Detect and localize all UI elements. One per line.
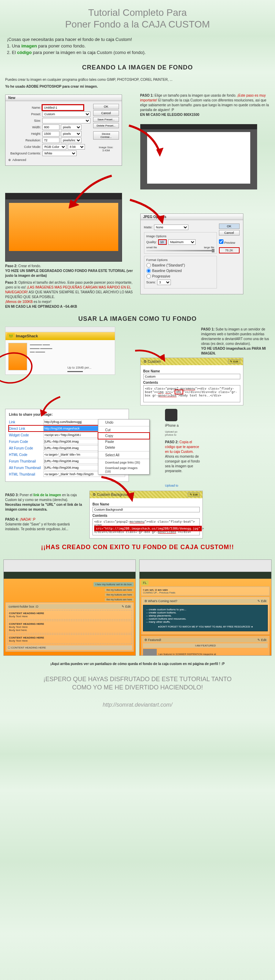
- item2-post: para poner la imágen en la caja Custom (…: [32, 50, 146, 55]
- baseline-std-radio[interactable]: [146, 263, 151, 267]
- jpeg-title: JPEG Options: [141, 214, 243, 220]
- bg-select[interactable]: White: [42, 151, 77, 156]
- cancel-button[interactable]: Cancel: [93, 110, 119, 116]
- s2p4-text: Solamente dale "Save" y el fondo quedará…: [5, 522, 70, 531]
- name-input[interactable]: [42, 105, 84, 110]
- jpeg-ok-button[interactable]: OK: [219, 224, 240, 229]
- main-title: Tutorial Completo Para Poner Fondo a la …: [0, 0, 275, 32]
- res-unit[interactable]: pixels/inch: [61, 138, 81, 143]
- width-unit[interactable]: pixels: [61, 124, 81, 130]
- height-input[interactable]: [42, 131, 59, 137]
- menu-copy[interactable]: Copy: [98, 433, 149, 439]
- green-button[interactable]: i hev my buttonz set in ds box: [94, 582, 134, 587]
- custom-box-1: ⚙ Custom ✎ Edit Box Name Contents <div c…: [140, 358, 243, 406]
- device-central-button[interactable]: Device Central...: [93, 131, 119, 140]
- outro-text: ¡Aqui arriba puedes ver un pantallazo de…: [0, 659, 275, 668]
- s2p3-label: PASO 3:: [5, 493, 19, 497]
- box1-title: content-holder box :O: [9, 605, 38, 608]
- final-screenshot-right: FL I um set, U am vain COMING UP... Prev…: [139, 560, 272, 656]
- res-input[interactable]: [42, 138, 59, 143]
- item1-num: 1.: [7, 43, 11, 48]
- size-select[interactable]: [42, 118, 91, 123]
- final-screenshot-left: i hev my buttonz set in ds box the my bu…: [3, 560, 136, 656]
- colormode-label: Color Mode:: [8, 145, 41, 148]
- scans-select[interactable]: 3: [157, 280, 171, 285]
- menu-cut[interactable]: Cut: [98, 427, 149, 433]
- final-screenshots: i hev my buttonz set in ds box the my bu…: [0, 560, 275, 656]
- bits-select[interactable]: 8 bit: [68, 144, 85, 150]
- contents-textarea[interactable]: <div class="popup2-moremenu"><div class=…: [143, 385, 240, 402]
- preview-label: Preview: [224, 241, 235, 245]
- title-line1: Tutorial Completo Para: [0, 7, 275, 19]
- image-size-label: Image Size:: [93, 146, 119, 149]
- iphone-text2: photos to: [165, 433, 203, 436]
- fl-tab[interactable]: FL: [141, 581, 148, 585]
- paso2-text: Crear el fondo.: [17, 264, 41, 268]
- advanced-toggle[interactable]: Advanced: [13, 158, 26, 162]
- menu-undo[interactable]: Undo: [98, 420, 149, 425]
- iphone-label: iPhone a: [165, 423, 203, 428]
- blank-canvas-window: [140, 124, 257, 189]
- section1: Puedes crear tu imagen en cualquier prog…: [0, 77, 275, 311]
- menu-select-all[interactable]: Select All: [98, 452, 149, 458]
- s2-paso2: PASO 2: Copia el código que te aparece e…: [165, 440, 203, 474]
- gradient-canvas-window: [5, 193, 122, 262]
- context-menu: Undo Cut Copy Paste Delete Select All Do…: [98, 419, 149, 474]
- s2-paso3: PASO 3: Poner el link de la imagen en la…: [5, 493, 84, 512]
- box-name-input[interactable]: [143, 374, 240, 379]
- section1-header: CREANDO LA IMAGEN DE FONDO: [0, 60, 275, 75]
- paso3-label: Paso 3:: [5, 281, 17, 284]
- matte-label: Matte:: [144, 226, 153, 229]
- menu-paste[interactable]: Paste: [98, 439, 149, 445]
- matte-select[interactable]: None: [154, 224, 188, 230]
- ok-button[interactable]: OK: [93, 104, 119, 109]
- width-input[interactable]: [42, 124, 59, 130]
- menu-dl-links[interactable]: Download page links (35): [98, 460, 149, 465]
- s2-paso4: PASO 4: ¡NADA! :P Solamente dale "Save" …: [5, 517, 84, 531]
- custom-bg-title: Custom Background!: [97, 492, 132, 496]
- large-file-label: large file: [204, 246, 214, 249]
- colormode-select[interactable]: RGB Color: [42, 144, 66, 150]
- dialog-title: New: [5, 95, 122, 101]
- photoshop-new-dialog: New Name: Preset:Custom Size: Width:pixe…: [5, 95, 122, 166]
- quality-select[interactable]: Maximum: [168, 239, 196, 245]
- jpeg-cancel-button[interactable]: Cancel: [219, 230, 240, 235]
- body-text: Body Text Here: [9, 615, 130, 618]
- box-name-input2[interactable]: [92, 507, 200, 512]
- progressive-label: Progressive: [152, 274, 170, 278]
- width-label: Width:: [8, 126, 41, 129]
- edit-button[interactable]: ✎ Edit: [228, 360, 240, 364]
- save-preset-button[interactable]: Save Preset...: [93, 117, 119, 122]
- delete-preset-button[interactable]: Delete Preset...: [93, 123, 119, 128]
- paso1-text2: El tamaño de la caja Custom varia con di…: [140, 99, 269, 112]
- progressive-radio[interactable]: [146, 274, 151, 278]
- menu-dl-images[interactable]: Download page images (19): [98, 465, 149, 474]
- quality-label: Quality:: [146, 240, 157, 244]
- section2-header: USAR LA IMAGEN COMO TU FONDO: [0, 311, 275, 327]
- height-unit[interactable]: pixels: [61, 131, 81, 137]
- item1-post: para poner como fondo.: [37, 43, 86, 48]
- contents-label2: Contents: [92, 514, 200, 517]
- preview-checkbox[interactable]: [219, 239, 223, 244]
- iam-featured: I AM FEATURED: [143, 643, 268, 648]
- s2p3-t1: Poner el: [19, 493, 32, 497]
- menu-delete[interactable]: Delete: [98, 445, 149, 450]
- whats-coming: What's Coming next?: [148, 599, 177, 603]
- baseline-opt-radio[interactable]: [146, 269, 151, 273]
- format-options-label: Format Options: [146, 258, 215, 262]
- bg-label: Background Contents:: [8, 152, 41, 155]
- credit-link[interactable]: http://somrat.deviantart.com/: [0, 698, 275, 718]
- edit-button[interactable]: ✎ Edit: [188, 492, 200, 497]
- paso1: PASO 1: Elige un tamaño para la imagen q…: [140, 93, 270, 117]
- edit-mini[interactable]: ✎ Edit: [122, 605, 130, 608]
- preset-select[interactable]: Custom: [42, 111, 91, 117]
- s2p4-red: ¡NADA! :P: [19, 517, 35, 521]
- quality-input[interactable]: [158, 239, 167, 245]
- gear-icon: ⚙: [143, 360, 147, 363]
- paso1-text: Elige un tamaño para la imagen que usará…: [154, 94, 237, 97]
- final-msg-1: ¡ESPERO QUE HAYAS DISFRUTADO DE ESTE TUT…: [7, 675, 268, 683]
- contents-textarea2[interactable]: <div class="popup2-moremenu"><div class=…: [92, 518, 200, 535]
- paso3-bold: EN MI CASO LA HE OPTIMIZADO A ~54.4KB: [5, 305, 77, 309]
- s2p2-label: PASO 2:: [165, 440, 178, 444]
- forum-label: Forum Code: [9, 440, 43, 444]
